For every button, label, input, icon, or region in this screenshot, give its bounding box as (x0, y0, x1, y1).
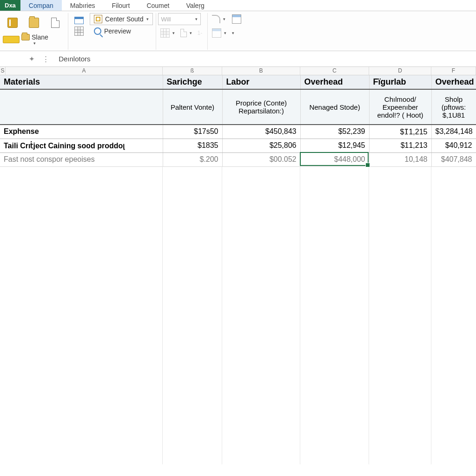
sheet-icon (51, 18, 60, 28)
cell[interactable]: $17s50 (163, 125, 222, 139)
cell[interactable]: $52,239 (300, 125, 369, 139)
window-button[interactable] (70, 13, 88, 25)
col-letter[interactable]: ß (163, 67, 222, 75)
subheader-cell[interactable]: Nenaged Stode) (300, 89, 369, 125)
cell[interactable]: $3,284,148 (431, 125, 476, 139)
ribbon: Slane ▾ Center Soutd ▾ Pereview (0, 11, 476, 51)
pereview-button[interactable]: Pereview (90, 25, 153, 37)
cell[interactable]: $1̈1,215 (369, 125, 431, 139)
ribbon-group-3: Will ▾ ▾ ▾ 1- (158, 13, 208, 50)
sheet-button[interactable] (46, 13, 65, 33)
menu-tab-1[interactable]: Mabıries (62, 0, 104, 11)
header-cell[interactable]: Labor (222, 75, 300, 89)
header-cell[interactable]: Overhead (431, 75, 476, 89)
center-soutd-label: Center Soutd (105, 15, 144, 23)
window-icon (74, 17, 84, 24)
cell[interactable]: $407,848 (431, 152, 476, 166)
slane-button[interactable]: Slane (32, 33, 48, 41)
subheader-cell[interactable]: Proprice (Conte) Repartsilaton:) (222, 89, 300, 125)
slane-folder-icon (21, 34, 30, 40)
col-letter[interactable]: A (6, 67, 163, 75)
cell[interactable]: $450,843 (222, 125, 300, 139)
menu-tab-3[interactable]: Coumet (138, 0, 178, 11)
table-icon (232, 14, 241, 24)
font-dropdown[interactable]: Will ▾ (158, 13, 201, 25)
chevron-down-icon: ▾ (195, 17, 198, 21)
header-row: Materials Sarichge Labor Overhead Fïgurl… (0, 75, 476, 89)
dim-sheet-icon (180, 29, 187, 37)
col-letter[interactable]: D (369, 67, 431, 75)
format-button-b[interactable]: ▾ (230, 27, 237, 39)
cell[interactable]: $40,912 (431, 139, 476, 152)
col-letter[interactable]: B (222, 67, 300, 75)
header-cell[interactable]: Sarichge (163, 75, 222, 89)
table-insert-button[interactable] (229, 13, 245, 25)
cell[interactable]: $.200 (163, 152, 222, 166)
cell[interactable]: 10,148 (369, 152, 431, 166)
table-row: Fast nost conspor epeoises $.200 $00.052… (0, 152, 476, 166)
column-letter-strip: S A ß B C D F (0, 67, 476, 75)
menu-tab-0[interactable]: Compan (20, 0, 62, 11)
pereview-label: Pereview (104, 27, 131, 35)
center-soutd-button[interactable]: Center Soutd ▾ (90, 13, 153, 25)
table-row: Taili Crıṫject Caining sood proddoı̨ $18… (0, 139, 476, 152)
ribbon-group-1: Slane ▾ (3, 13, 68, 50)
center-icon (94, 15, 102, 23)
subheader-row: Paltent Vonte) Proprice (Conte) Repartsi… (0, 89, 476, 125)
menu-bar: Dxa Compan Mabıries Filourt Coumet Valeŗ… (0, 0, 476, 11)
menu-tab-2[interactable]: Filourt (103, 0, 138, 11)
magnify-icon (94, 27, 101, 35)
data-table: Materials Sarichge Labor Overhead Fïgurl… (0, 75, 476, 167)
open-folder-button[interactable] (24, 13, 44, 33)
style-button-c[interactable]: 1- (195, 27, 205, 39)
col-letter[interactable]: F (431, 67, 476, 75)
table-row: Exphense $17s50 $450,843 $52,239 $1̈1,21… (0, 125, 476, 139)
app-badge: Dxa (0, 0, 20, 11)
ribbon-group-2: Center Soutd ▾ Pereview (70, 13, 156, 50)
ribbon-group-4: ▾ ▾ ▾ (210, 13, 247, 50)
format-button-a[interactable]: ▾ (210, 27, 229, 39)
col-letter[interactable]: C (300, 67, 369, 75)
header-cell[interactable]: Fïgurlab (369, 75, 431, 89)
col-letter[interactable]: S (0, 67, 6, 75)
folder-icon (29, 18, 39, 28)
book-icon (7, 18, 18, 28)
undo-button[interactable]: ▾ (210, 13, 228, 25)
row-label[interactable]: Taili Crıṫject Caining sood proddoı̨ (0, 139, 163, 152)
highlight-icon[interactable] (3, 36, 20, 43)
cell[interactable]: $00.052 (222, 152, 300, 166)
empty-grid-area[interactable] (0, 167, 476, 464)
menu-tab-4[interactable]: Valeŗg (178, 0, 212, 11)
cell[interactable]: $25,806 (222, 139, 300, 152)
subheader-cell[interactable]: Paltent Vonte) (163, 89, 222, 125)
dim-table-icon (212, 28, 221, 38)
subheader-cell[interactable]: Chılmood/ Expeenıber endol!? ( Hoot) (369, 89, 431, 125)
dim-grid-icon (160, 28, 170, 38)
font-dropdown-value: Will (161, 16, 171, 23)
grid-icon (74, 26, 84, 36)
formula-bar-buttons[interactable]: ✦ ⋮ (29, 55, 52, 63)
spreadsheet-grid[interactable]: Materials Sarichge Labor Overhead Fïgurl… (0, 75, 476, 464)
subheader-cell[interactable]: Sholp (pftows: $,1U81 (431, 89, 476, 125)
subheader-cell[interactable] (0, 89, 163, 125)
cell[interactable]: $448,000 (300, 152, 369, 166)
undo-icon (212, 15, 220, 23)
chevron-down-icon: ▾ (146, 17, 149, 21)
row-label[interactable]: Exphense (0, 125, 163, 139)
chevron-down-icon[interactable]: ▾ (33, 41, 36, 46)
style-button-a[interactable]: ▾ (158, 27, 177, 39)
formula-bar: ✦ ⋮ Deınlotors (0, 51, 476, 67)
header-cell[interactable]: Overhead (300, 75, 369, 89)
formula-bar-content[interactable]: Deınlotors (59, 55, 90, 63)
header-cell[interactable]: Materials (0, 75, 163, 89)
cell[interactable]: $11,213 (369, 139, 431, 152)
style-button-b[interactable]: ▾ (178, 27, 194, 39)
grid-button[interactable] (70, 25, 88, 37)
row-label[interactable]: Fast nost conspor epeoises (0, 152, 163, 166)
cell[interactable]: $1835 (163, 139, 222, 152)
workbook-button[interactable] (3, 13, 22, 33)
cell[interactable]: $12,945 (300, 139, 369, 152)
